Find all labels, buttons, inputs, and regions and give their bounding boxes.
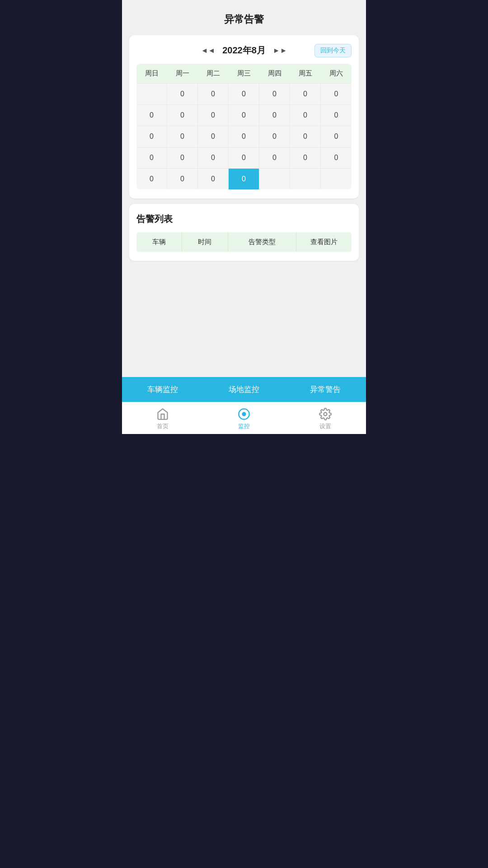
calendar-week-3: 0 0 0 0 0 0 0	[136, 126, 352, 147]
weekday-tue: 周二	[198, 64, 229, 83]
main-content: ◄◄ 2022年8月 ►► 回到今天 周日 周一 周二 周三 周四 周五	[122, 35, 366, 377]
page-title: 异常告警	[122, 0, 366, 35]
calendar-day[interactable]: 0	[136, 126, 167, 147]
calendar-day[interactable]: 0	[259, 147, 290, 168]
nav-tab-monitor-label: 监控	[238, 422, 250, 430]
calendar-day[interactable]: 0	[136, 169, 167, 189]
alert-table-header: 车辆 时间 告警类型 查看图片	[136, 232, 352, 252]
calendar-day-selected[interactable]: 0	[229, 169, 259, 189]
back-today-button[interactable]: 回到今天	[314, 44, 352, 57]
alert-list-title: 告警列表	[136, 213, 352, 225]
calendar-day[interactable]: 0	[167, 169, 198, 189]
calendar-day[interactable]: 0	[167, 126, 198, 147]
prev-arrow-icon: ◄◄	[201, 47, 216, 55]
weekday-sat: 周六	[321, 64, 352, 83]
calendar-day[interactable]: 0	[229, 105, 259, 126]
calendar-day[interactable]: 0	[290, 105, 321, 126]
calendar-week-2: 0 0 0 0 0 0 0	[136, 104, 352, 126]
nav-tab-home[interactable]: 首页	[122, 406, 203, 432]
calendar-day[interactable]: 0	[167, 147, 198, 168]
svg-point-2	[324, 413, 327, 416]
bottom-section: 车辆监控 场地监控 异常警告 首页 监控	[122, 377, 366, 434]
calendar-day[interactable]: 0	[198, 169, 229, 189]
calendar-nav: ◄◄ 2022年8月 ►► 回到今天	[136, 44, 352, 57]
svg-point-1	[243, 413, 246, 416]
nav-tab-home-label: 首页	[157, 422, 169, 430]
alert-col-image: 查看图片	[296, 232, 352, 252]
calendar-day[interactable]: 0	[198, 147, 229, 168]
calendar-day[interactable]: 0	[198, 84, 229, 104]
nav-tabs: 首页 监控 设置	[122, 402, 366, 434]
calendar-week-4: 0 0 0 0 0 0 0	[136, 147, 352, 168]
calendar-day[interactable]: 0	[136, 105, 167, 126]
next-arrow-icon: ►►	[273, 47, 287, 55]
settings-icon	[319, 408, 332, 420]
home-icon	[156, 408, 169, 420]
calendar-header-row: 周日 周一 周二 周三 周四 周五 周六	[136, 64, 352, 83]
calendar-day[interactable]: 0	[321, 126, 352, 147]
calendar-grid: 周日 周一 周二 周三 周四 周五 周六 0 0 0 0 0 0	[136, 64, 352, 189]
calendar-day[interactable]: 0	[290, 84, 321, 104]
calendar-day[interactable]: 0	[198, 126, 229, 147]
nav-tab-monitor[interactable]: 监控	[203, 406, 285, 432]
calendar-day[interactable]: 0	[136, 147, 167, 168]
weekday-mon: 周一	[167, 64, 198, 83]
calendar-day[interactable]: 0	[259, 126, 290, 147]
sub-tabs: 车辆监控 场地监控 异常警告	[122, 377, 366, 402]
calendar-day[interactable]: 0	[321, 84, 352, 104]
phone-container: 异常告警 ◄◄ 2022年8月 ►► 回到今天 周日	[122, 0, 366, 434]
calendar-day[interactable]: 0	[167, 84, 198, 104]
calendar-day[interactable]: 0	[259, 84, 290, 104]
weekday-thu: 周四	[259, 64, 290, 83]
calendar-day[interactable]: 0	[167, 105, 198, 126]
sub-tab-site-monitor[interactable]: 场地监控	[203, 377, 285, 402]
weekday-fri: 周五	[290, 64, 321, 83]
sub-tab-vehicle-monitor[interactable]: 车辆监控	[122, 377, 203, 402]
calendar-day-empty	[321, 169, 352, 189]
calendar-week-5: 0 0 0 0	[136, 168, 352, 189]
calendar-day[interactable]: 0	[198, 105, 229, 126]
alert-col-type: 告警类型	[228, 232, 297, 252]
nav-tab-settings[interactable]: 设置	[285, 406, 366, 432]
alert-list-card: 告警列表 车辆 时间 告警类型 查看图片	[129, 204, 359, 261]
calendar-day[interactable]: 0	[229, 126, 259, 147]
calendar-day[interactable]: 0	[229, 147, 259, 168]
prev-month-button[interactable]: ◄◄	[201, 47, 216, 55]
next-month-button[interactable]: ►►	[273, 47, 287, 55]
month-title: 2022年8月	[222, 44, 266, 57]
calendar-day[interactable]: 0	[290, 147, 321, 168]
weekday-sun: 周日	[136, 64, 167, 83]
calendar-day-empty	[259, 169, 290, 189]
calendar-card: ◄◄ 2022年8月 ►► 回到今天 周日 周一 周二 周三 周四 周五	[129, 35, 359, 198]
calendar-week-1: 0 0 0 0 0 0	[136, 83, 352, 104]
calendar-day-empty	[136, 84, 167, 104]
calendar-day[interactable]: 0	[321, 105, 352, 126]
calendar-day-empty	[290, 169, 321, 189]
weekday-wed: 周三	[229, 64, 259, 83]
calendar-day[interactable]: 0	[229, 84, 259, 104]
alert-col-vehicle: 车辆	[136, 232, 182, 252]
calendar-day[interactable]: 0	[259, 105, 290, 126]
sub-tab-abnormal-alert[interactable]: 异常警告	[285, 377, 366, 402]
alert-col-time: 时间	[182, 232, 228, 252]
calendar-day[interactable]: 0	[321, 147, 352, 168]
nav-tab-settings-label: 设置	[319, 422, 331, 430]
monitor-icon	[238, 408, 250, 420]
calendar-day[interactable]: 0	[290, 126, 321, 147]
